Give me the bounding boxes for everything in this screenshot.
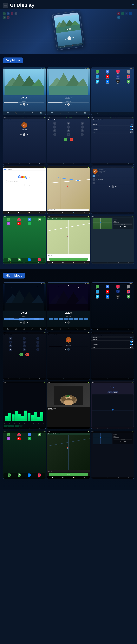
app-messages[interactable]: 💬 Msg bbox=[124, 80, 133, 84]
list-item[interactable]: 华东_235KB.mp3 bbox=[92, 174, 134, 178]
svg-point-23 bbox=[16, 289, 16, 290]
svg-point-33 bbox=[54, 289, 54, 290]
hero-area: 📞 🗺 🎵 ⚙ 💬 📷 ▶ ♪ BT 🌐 W bbox=[0, 9, 137, 54]
dock-safari[interactable]: 🌐 bbox=[28, 258, 31, 262]
night-auto-answer-toggle[interactable] bbox=[130, 341, 133, 342]
list-item[interactable]: 华东_235KB1.mp3 bbox=[92, 178, 134, 181]
night-call-accept-btn[interactable]: 📞 bbox=[20, 353, 23, 356]
app-telegram[interactable]: ✈ Telegram bbox=[92, 75, 102, 79]
app-phone[interactable]: 📞 Phone bbox=[92, 70, 102, 74]
night-app-phone[interactable]: 📞 Phone bbox=[92, 285, 102, 289]
night-ios-music[interactable]: 🎵 bbox=[14, 433, 24, 436]
prev-btn[interactable]: ⏮ bbox=[20, 104, 22, 105]
night-go-btn[interactable]: GO bbox=[49, 473, 88, 476]
night-auto-connect-toggle[interactable] bbox=[130, 344, 133, 345]
call-decline-btn[interactable]: 📵 bbox=[70, 138, 73, 141]
night-dock-music[interactable]: 🎵 bbox=[38, 474, 41, 476]
svg-point-32 bbox=[78, 287, 79, 288]
night-app-waze[interactable]: W Waze bbox=[92, 295, 102, 299]
night-screen-nav-turn: 19:03🔋 ↑ ↙ 100m Turn Left 🔵 bbox=[91, 381, 134, 429]
day-screen-google: 1:54🔋 ◀ google.com Google 🔍 Search or ty… bbox=[3, 166, 46, 214]
app-maps[interactable]: 🗺 Maps bbox=[103, 70, 112, 74]
night-screen-eq: 17:46🔋 bbox=[3, 381, 46, 429]
day-mode-section: Day Mode ●●●📶🔋 bbox=[0, 54, 137, 269]
svg-point-44 bbox=[70, 397, 72, 399]
day-screen-music1: ●●●📶🔋 bbox=[3, 67, 46, 115]
night-ios-youtube[interactable]: ▶ bbox=[14, 437, 24, 440]
app-youtube-ios[interactable]: ▶ bbox=[14, 222, 24, 225]
night-ios-podcast[interactable]: 🎙 bbox=[4, 437, 14, 440]
music-bg-art-2 bbox=[47, 69, 90, 96]
night-app-carplay[interactable]: Car CarPlay bbox=[113, 295, 123, 299]
night-dock-safari[interactable]: 🌐 bbox=[28, 474, 31, 476]
night-ios-maps[interactable]: 🗺 bbox=[24, 433, 34, 436]
next-btn[interactable]: ⏭ bbox=[26, 104, 28, 105]
night-app-maps[interactable]: 🗺 Maps bbox=[103, 285, 112, 289]
list-item[interactable]: 长.mp3 bbox=[92, 181, 134, 185]
go-btn[interactable]: GO bbox=[49, 258, 88, 260]
hero-tablet: 20:08 ⏮ ⏸ ⏭ 📧DIAL🎵📍AUTO⚙ bbox=[52, 10, 84, 50]
day-screen-restaurant: 19:03🔋 Sunny Coffee Restaurant 📍 18:16 E… bbox=[47, 216, 90, 264]
app-youtube[interactable]: ▶ YouTube bbox=[103, 75, 112, 79]
night-app-youtube[interactable]: ▶ YouTube bbox=[103, 290, 112, 294]
app-bt[interactable]: BT Bluetooth bbox=[113, 75, 123, 79]
night-screen-bt-music: 17:46 Bluetooth_Music 🔋 Bluetooth_Music … bbox=[47, 332, 90, 380]
night-app-photos[interactable]: 📷 Photos bbox=[124, 290, 133, 294]
dock-messages[interactable]: 💬 bbox=[18, 258, 21, 262]
night-app-bt[interactable]: BT BT bbox=[113, 290, 123, 294]
night-app-weather[interactable]: ⛅ Weather bbox=[103, 295, 112, 299]
night-screen-ios-home: 19:10🔋 📞 🎵 🗺 💬 🎙 bbox=[3, 431, 46, 479]
night-app-messages[interactable]: 💬 Msg bbox=[124, 295, 133, 299]
night-screen-food: 19:03🔋 bbox=[47, 381, 90, 429]
google-search-input[interactable]: 🔍 Search or type URL bbox=[6, 180, 42, 183]
play-btn-2[interactable]: ⏸ bbox=[67, 103, 70, 106]
night-mode-section: Night Mode ●●●📶🔋 bbox=[0, 269, 137, 490]
im-feeling-lucky-btn[interactable]: I'm Feeling Lucky bbox=[24, 184, 34, 186]
dock-music[interactable]: 🎵 bbox=[38, 258, 41, 262]
night-ios-phone[interactable]: 📞 bbox=[4, 433, 14, 436]
svg-point-31 bbox=[68, 285, 69, 286]
nav-icon[interactable]: ≡ bbox=[132, 3, 134, 8]
app-messages-ios[interactable]: 💬 bbox=[35, 218, 44, 221]
app-spotify-ios[interactable]: ♫ bbox=[24, 222, 34, 225]
flower-toggle[interactable] bbox=[130, 131, 133, 133]
auto-connect-toggle[interactable] bbox=[130, 129, 133, 130]
next-btn-2[interactable]: ⏭ bbox=[71, 104, 72, 105]
dock-phone[interactable]: 📞 bbox=[8, 258, 11, 262]
app-photos[interactable]: 📷 Photos bbox=[124, 75, 133, 79]
svg-point-30 bbox=[58, 286, 59, 287]
night-app-settings[interactable]: ⚙ Settings bbox=[124, 285, 133, 289]
app-maps-ios[interactable]: 🗺 bbox=[24, 218, 34, 221]
google-search-btn[interactable]: Google Search bbox=[15, 184, 23, 186]
prev-btn-2[interactable]: ⏮ bbox=[64, 104, 66, 105]
day-screen-bt-call: 17:46 Bluetooth_Call 🔋 Bluetooth_Call 1 … bbox=[47, 117, 90, 165]
play-btn[interactable]: ⏸ bbox=[23, 103, 26, 106]
menu-button[interactable] bbox=[3, 3, 8, 8]
app-podcast-ios[interactable]: 🎙 bbox=[4, 222, 14, 225]
night-dock-messages[interactable]: 💬 bbox=[18, 474, 21, 476]
night-dock-phone[interactable]: 📞 bbox=[8, 474, 11, 476]
night-ios-messages[interactable]: 💬 bbox=[35, 433, 44, 436]
night-app-telegram[interactable]: ✈ Telegram bbox=[92, 290, 102, 294]
app-carplay[interactable]: Car CarPlay bbox=[113, 80, 123, 84]
svg-point-22 bbox=[37, 286, 38, 287]
day-screen-nav-turn: 19:03🔋 🔵 10:16 ETA 9.0 km bbox=[91, 216, 134, 264]
day-screen-music-list: 17:46 SocialMusic 🔋 🎸 华东_235KB.mp3 华东_23… bbox=[91, 166, 134, 214]
svg-rect-45 bbox=[64, 400, 73, 405]
night-call-decline-btn[interactable]: 📵 bbox=[25, 353, 29, 356]
header-left: UI Display bbox=[3, 2, 34, 8]
svg-rect-28 bbox=[4, 303, 44, 310]
night-screen-bt-settings: 17:46 Bluetooth_Settings 🔋 Bluetooth_Set… bbox=[91, 332, 134, 380]
app-music[interactable]: 🎵 Music bbox=[113, 70, 123, 74]
app-settings[interactable]: ⚙ Settings bbox=[124, 70, 133, 74]
music-bg-art bbox=[3, 69, 46, 96]
night-flower-toggle[interactable] bbox=[130, 346, 133, 348]
app-weather[interactable]: ⛅ Weather bbox=[103, 80, 112, 84]
night-app-music[interactable]: 🎵 Music bbox=[113, 285, 123, 289]
app-phone-ios[interactable]: 📞 bbox=[4, 218, 14, 221]
call-accept-btn[interactable]: 📞 bbox=[64, 138, 68, 141]
night-ios-spotify[interactable]: ♫ bbox=[24, 437, 34, 440]
app-waze[interactable]: W Waze bbox=[92, 80, 102, 84]
app-music-ios[interactable]: 🎵 bbox=[14, 218, 24, 221]
auto-answer-toggle[interactable] bbox=[130, 126, 133, 128]
